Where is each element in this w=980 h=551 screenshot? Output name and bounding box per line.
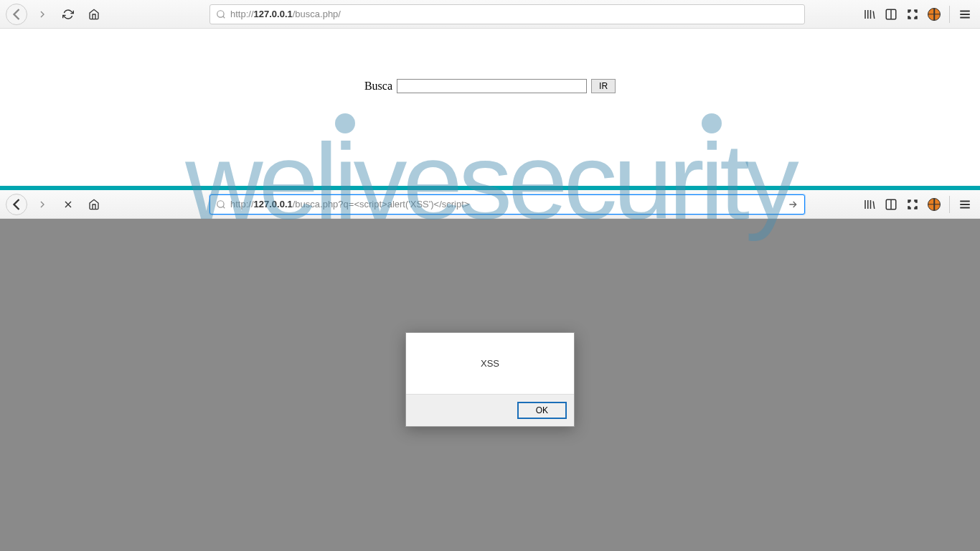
page-content-1: Busca IR	[0, 29, 980, 186]
screenshot-icon-2[interactable]	[906, 198, 919, 211]
svg-point-0	[217, 10, 224, 17]
stop-button[interactable]	[57, 194, 79, 215]
sidebar-icon-2[interactable]	[885, 198, 897, 211]
alert-footer: OK	[406, 394, 574, 426]
home-button[interactable]	[83, 4, 105, 25]
search-icon-2	[216, 199, 226, 209]
url-text-2: http://127.0.0.1/busca.php?q=<script>ale…	[230, 199, 787, 209]
alert-dialog: XSS OK	[405, 332, 575, 427]
go-arrow-icon[interactable]	[787, 199, 798, 210]
alert-ok-button[interactable]: OK	[517, 402, 567, 419]
home-button-2[interactable]	[83, 194, 105, 215]
extension-icon-2[interactable]	[928, 198, 941, 211]
extension-icon[interactable]	[928, 8, 941, 21]
forward-button[interactable]	[32, 4, 53, 25]
svg-point-2	[217, 200, 224, 207]
back-button-2[interactable]	[6, 194, 27, 215]
address-bar-2[interactable]: http://127.0.0.1/busca.php?q=<script>ale…	[209, 194, 805, 215]
library-icon[interactable]	[863, 8, 876, 21]
url-text-1: http://127.0.0.1/busca.php/	[230, 9, 798, 19]
alert-message: XSS	[406, 333, 574, 394]
search-form: Busca IR	[364, 79, 616, 93]
search-input[interactable]	[397, 79, 587, 93]
page-content-2: XSS OK	[0, 219, 980, 551]
address-bar-1[interactable]: http://127.0.0.1/busca.php/	[209, 4, 805, 24]
reload-button[interactable]	[57, 4, 79, 25]
sidebar-icon[interactable]	[885, 8, 897, 21]
library-icon-2[interactable]	[863, 198, 876, 211]
menu-button[interactable]	[958, 8, 971, 21]
search-label: Busca	[364, 80, 392, 93]
search-submit-button[interactable]: IR	[591, 79, 616, 93]
browser-toolbar-1: http://127.0.0.1/busca.php/	[0, 0, 980, 29]
browser-toolbar-2: http://127.0.0.1/busca.php?q=<script>ale…	[0, 190, 980, 219]
menu-button-2[interactable]	[958, 198, 971, 211]
screenshot-icon[interactable]	[906, 8, 919, 21]
back-button[interactable]	[6, 4, 27, 25]
forward-button-2[interactable]	[32, 194, 53, 215]
divider-2	[949, 196, 950, 213]
divider	[949, 6, 950, 23]
search-icon	[216, 9, 226, 19]
